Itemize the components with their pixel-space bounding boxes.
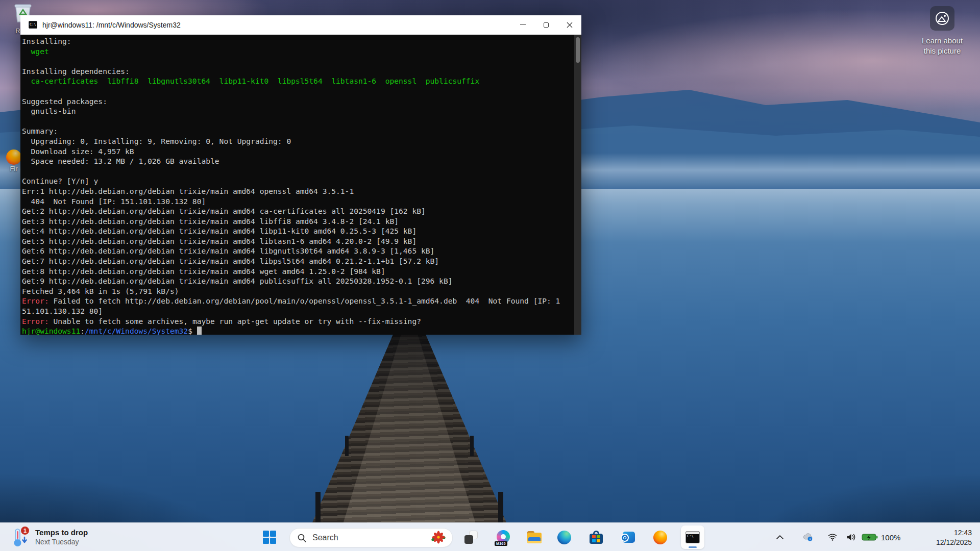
- taskbar-app-terminal[interactable]: C:\: [681, 525, 704, 549]
- spotlight-label-line2: this picture: [914, 46, 971, 56]
- spotlight-label: Learn about this picture: [914, 36, 971, 56]
- terminal-scrollbar[interactable]: [574, 35, 581, 335]
- firefox-taskbar-icon: [653, 531, 667, 544]
- pier-post: [315, 492, 321, 522]
- taskbar: 1 Temps to drop Next Tuesday Search: [0, 522, 980, 551]
- weather-subtitle: Next Tuesday: [35, 537, 88, 546]
- copilot-m365-icon: M365: [497, 530, 511, 544]
- minimize-icon: [520, 24, 526, 25]
- wifi-icon: [828, 533, 837, 542]
- spotlight-widget[interactable]: Learn about this picture: [914, 6, 971, 56]
- weather-icon: 1: [11, 527, 31, 547]
- taskbar-app-outlook[interactable]: O: [616, 525, 640, 549]
- m365-badge: M365: [495, 541, 507, 546]
- pier-post: [470, 436, 474, 456]
- start-button[interactable]: [261, 530, 278, 545]
- terminal-icon-text: C:\: [686, 534, 699, 539]
- weather-headline: Temps to drop: [35, 528, 88, 537]
- spotlight-tile[interactable]: [930, 6, 954, 31]
- speaker-icon: [846, 533, 856, 542]
- chevron-up-icon: [776, 535, 784, 540]
- pier: [312, 333, 506, 522]
- terminal-output: Installing: wgetInstalling dependencies:…: [20, 35, 581, 335]
- clock-date: 12/12/2025: [936, 538, 972, 547]
- clock[interactable]: 12:43 12/12/2025: [936, 528, 972, 547]
- window-controls: [511, 15, 581, 34]
- maximize-button[interactable]: [534, 15, 558, 34]
- taskbar-app-copilot-m365[interactable]: M365: [492, 525, 516, 549]
- clock-time: 12:43: [936, 528, 972, 538]
- outlook-icon: O: [621, 531, 635, 544]
- pier-post: [498, 492, 503, 522]
- onedrive-cloud-icon: i: [802, 532, 814, 543]
- tray-overflow-button[interactable]: [773, 527, 787, 547]
- search-box[interactable]: Search: [289, 528, 453, 547]
- svg-text:i: i: [810, 537, 811, 541]
- battery-tray-button[interactable]: 100%: [862, 527, 908, 547]
- terminal-app-icon: C:\: [685, 531, 700, 543]
- close-icon: [567, 22, 573, 28]
- window-titlebar[interactable]: C:\ hjr@windows11: /mnt/c/Windows/System…: [20, 15, 581, 35]
- firefox-shortcut-label: Fir: [6, 165, 21, 172]
- scrollbar-thumb[interactable]: [576, 37, 580, 63]
- firefox-icon: [6, 149, 21, 165]
- edge-icon: [557, 531, 571, 544]
- search-placeholder: Search: [312, 533, 338, 542]
- task-view-button[interactable]: [459, 525, 483, 549]
- cmd-window-icon: C:\: [29, 21, 37, 29]
- active-app-indicator: [689, 546, 697, 548]
- taskbar-app-edge[interactable]: [552, 525, 576, 549]
- file-explorer-icon: [527, 531, 542, 543]
- windows-logo-icon: [263, 531, 276, 544]
- battery-icon: [862, 533, 878, 541]
- window-title: hjr@windows11: /mnt/c/Windows/System32: [42, 21, 181, 29]
- picture-icon: [935, 11, 950, 26]
- microsoft-store-icon: [590, 531, 603, 544]
- battery-percent: 100%: [881, 533, 900, 542]
- desktop: Recy Fir Learn about this picture C:\ hj…: [0, 0, 980, 551]
- volume-tray-button[interactable]: [843, 527, 860, 547]
- terminal-window: C:\ hjr@windows11: /mnt/c/Windows/System…: [20, 15, 581, 335]
- onedrive-tray-button[interactable]: i: [799, 527, 817, 547]
- search-icon: [298, 534, 306, 542]
- minimize-button[interactable]: [511, 15, 534, 34]
- task-view-icon: [464, 531, 478, 544]
- close-button[interactable]: [558, 15, 581, 34]
- outlook-letter: O: [621, 534, 629, 542]
- pier-post: [345, 436, 349, 456]
- taskbar-app-firefox[interactable]: [648, 525, 672, 549]
- terminal-viewport[interactable]: Installing: wgetInstalling dependencies:…: [20, 35, 581, 335]
- poinsettia-icon: [431, 531, 446, 545]
- weather-text: Temps to drop Next Tuesday: [35, 528, 88, 546]
- wifi-tray-button[interactable]: [825, 527, 840, 547]
- spotlight-label-line1: Learn about: [914, 36, 971, 46]
- taskbar-app-microsoft-store[interactable]: [584, 525, 608, 549]
- weather-widget[interactable]: 1 Temps to drop Next Tuesday: [7, 526, 92, 548]
- taskbar-app-file-explorer[interactable]: [523, 525, 546, 549]
- weather-badge: 1: [20, 526, 30, 535]
- firefox-shortcut[interactable]: Fir: [6, 149, 21, 172]
- maximize-icon: [544, 22, 549, 28]
